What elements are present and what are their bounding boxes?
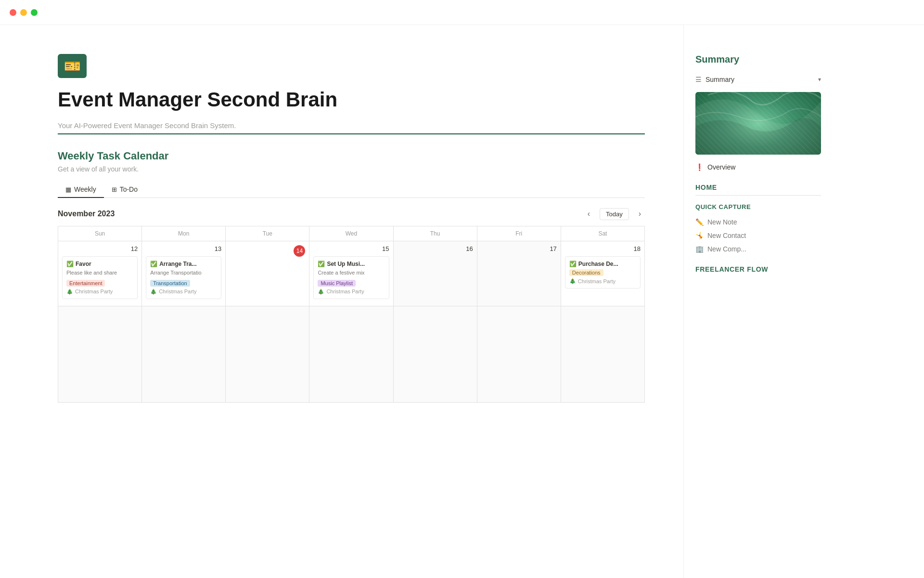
svg-rect-0 — [695, 92, 821, 155]
day-header-tue: Tue — [226, 226, 309, 241]
event-icon-2: 🎄 — [150, 289, 157, 295]
view-tabs: ▦ Weekly ⊞ To-Do — [58, 182, 645, 198]
calendar-cell-17: 17 — [477, 241, 561, 306]
day-header-fri: Fri — [477, 226, 561, 241]
task-title-arrange: ✅ Arrange Tra... — [150, 261, 217, 267]
section-divider — [58, 133, 645, 134]
todo-tab-label: To-Do — [120, 185, 138, 193]
sidebar-thumbnail — [695, 92, 821, 155]
new-company-label: New Comp... — [707, 245, 746, 253]
summary-list-item[interactable]: ☰ Summary ▾ — [695, 73, 821, 86]
weekly-tab-icon: ▦ — [65, 186, 71, 193]
weekly-tab-label: Weekly — [74, 185, 96, 193]
calendar-cell-empty-1 — [58, 306, 142, 402]
calendar-cell-empty-5 — [393, 306, 477, 402]
list-icon: ☰ — [695, 76, 702, 83]
task-desc-arrange: Arrange Transportatio — [150, 269, 217, 276]
section-heading: Weekly Task Calendar — [58, 150, 645, 162]
overview-item[interactable]: ❗ Overview — [695, 160, 821, 174]
task-check-icon-2: ✅ — [150, 261, 157, 267]
overview-label: Overview — [707, 163, 735, 171]
task-card-arrange[interactable]: ✅ Arrange Tra... Arrange Transportatio T… — [146, 256, 221, 299]
task-title-favor: ✅ Favor — [66, 261, 133, 267]
tag-music: Music Playlist — [318, 280, 356, 287]
sidebar: Summary ☰ Summary ▾ — [683, 25, 833, 578]
task-event-decorations: 🎄 Christmas Party — [569, 278, 636, 284]
new-company-action[interactable]: 🏢 New Comp... — [695, 242, 821, 256]
prev-month-button[interactable]: ‹ — [584, 208, 594, 220]
overview-icon: ❗ — [695, 163, 704, 171]
task-event-music: 🎄 Christmas Party — [318, 289, 385, 295]
calendar-cell-16: 16 — [393, 241, 477, 306]
task-title-decorations: ✅ Purchase De... — [569, 261, 636, 267]
task-event-favor: 🎄 Christmas Party — [66, 289, 133, 295]
building-icon: 🏢 — [695, 245, 704, 253]
calendar-cell-13: 13 ✅ Arrange Tra... Arrange Transportati… — [142, 241, 226, 306]
home-divider — [695, 195, 821, 196]
day-number-12: 12 — [62, 245, 138, 252]
calendar-cell-empty-3 — [226, 306, 309, 402]
day-number-15: 15 — [313, 245, 389, 252]
new-note-action[interactable]: ✏️ New Note — [695, 215, 821, 229]
event-icon: 🎄 — [66, 289, 73, 295]
today-button[interactable]: Today — [600, 208, 629, 220]
tag-transportation: Transportation — [150, 280, 190, 287]
person-icon: 🤸 — [695, 232, 704, 239]
task-check-icon: ✅ — [66, 261, 74, 267]
calendar-cell-empty-4 — [309, 306, 393, 402]
calendar-cell-18: 18 ✅ Purchase De... Decorations 🎄 Christ… — [561, 241, 644, 306]
day-header-wed: Wed — [309, 226, 393, 241]
ticket-icon: 🎫 — [64, 58, 81, 74]
task-card-favor[interactable]: ✅ Favor Please like and share Entertainm… — [62, 256, 138, 299]
calendar-cell-empty-6 — [477, 306, 561, 402]
new-contact-label: New Contact — [707, 232, 746, 239]
day-number-13: 13 — [146, 245, 221, 252]
calendar-grid: Sun Mon Tue Wed Thu Fri Sat 12 — [58, 226, 645, 402]
calendar-month: November 2023 — [58, 210, 115, 218]
calendar-nav: November 2023 ‹ Today › — [58, 208, 645, 220]
next-month-button[interactable]: › — [635, 208, 645, 220]
pencil-icon: ✏️ — [695, 218, 704, 226]
new-contact-action[interactable]: 🤸 New Contact — [695, 229, 821, 242]
task-desc-favor: Please like and share — [66, 269, 133, 276]
titlebar — [0, 0, 924, 25]
maximize-button[interactable] — [31, 9, 38, 16]
calendar-cell-12: 12 ✅ Favor Please like and share Enterta… — [58, 241, 142, 306]
new-note-label: New Note — [707, 218, 737, 226]
chevron-down-icon: ▾ — [818, 76, 821, 83]
today-badge: 14 — [294, 245, 305, 257]
day-header-mon: Mon — [142, 226, 226, 241]
day-header-sat: Sat — [561, 226, 644, 241]
day-number-16: 16 — [398, 245, 473, 252]
calendar-cell-empty-2 — [142, 306, 226, 402]
home-section-title: HOME — [695, 184, 821, 191]
minimize-button[interactable] — [20, 9, 27, 16]
day-header-thu: Thu — [393, 226, 477, 241]
calendar-cell-empty-7 — [561, 306, 644, 402]
section-description: Get a view of all your work. — [58, 165, 645, 173]
task-check-icon-4: ✅ — [569, 261, 577, 267]
page-title: Event Manager Second Brain — [58, 88, 645, 112]
content-area: 🎫 Event Manager Second Brain Your AI-Pow… — [0, 25, 683, 578]
task-card-music[interactable]: ✅ Set Up Musi... Create a festive mix Mu… — [313, 256, 389, 299]
main-layout: 🎫 Event Manager Second Brain Your AI-Pow… — [0, 25, 924, 578]
todo-tab-icon: ⊞ — [112, 186, 117, 193]
tab-weekly[interactable]: ▦ Weekly — [58, 182, 104, 198]
task-title-music: ✅ Set Up Musi... — [318, 261, 385, 267]
summary-label: Summary — [706, 76, 734, 83]
task-desc-music: Create a festive mix — [318, 269, 385, 276]
day-number-18: 18 — [565, 245, 641, 252]
calendar-cell-15: 15 ✅ Set Up Musi... Create a festive mix… — [309, 241, 393, 306]
thumbnail-svg — [695, 92, 821, 155]
event-icon-4: 🎄 — [569, 278, 576, 284]
calendar-row-2 — [58, 306, 645, 402]
tab-todo[interactable]: ⊞ To-Do — [104, 182, 145, 198]
calendar-row: 12 ✅ Favor Please like and share Enterta… — [58, 241, 645, 306]
task-card-decorations[interactable]: ✅ Purchase De... Decorations 🎄 Christmas… — [565, 256, 641, 289]
task-event-arrange: 🎄 Christmas Party — [150, 289, 217, 295]
sidebar-title: Summary — [695, 54, 821, 65]
close-button[interactable] — [10, 9, 16, 16]
page-subtitle: Your AI-Powered Event Manager Second Bra… — [58, 121, 645, 130]
nav-controls: ‹ Today › — [584, 208, 645, 220]
event-icon-3: 🎄 — [318, 289, 324, 295]
